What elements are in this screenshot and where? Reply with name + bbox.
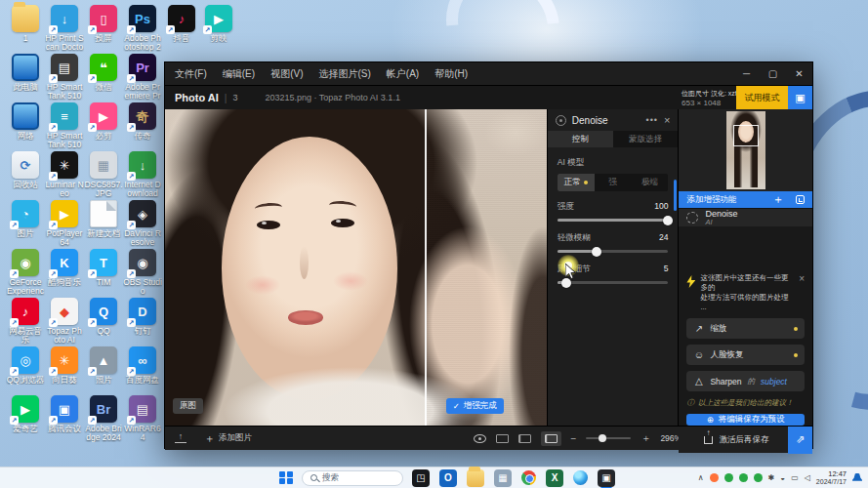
export-action[interactable]: 激活后再保存	[704, 434, 768, 446]
save-preset-button[interactable]: ⊕ 将编辑保存为预设	[686, 414, 805, 426]
export-panel-button[interactable]: ▣	[788, 86, 812, 109]
tab-control[interactable]: 控制	[548, 131, 613, 147]
panel-scrollbar[interactable]	[674, 180, 677, 211]
desktop-icon[interactable]: ⟳回收站	[6, 151, 45, 189]
desktop-icon[interactable]: ▦DSC5857.JPG	[84, 151, 123, 198]
desktop-icon[interactable]: ◉↗OBS Studio	[123, 249, 162, 296]
wechat-file-icon[interactable]	[739, 473, 748, 482]
minimize-button[interactable]: ─	[733, 62, 760, 85]
taskbar-search[interactable]: 搜索	[302, 470, 403, 486]
desktop-icon[interactable]: ≡↗HP Smart Tank 510	[45, 102, 84, 149]
firefox-icon[interactable]	[710, 473, 719, 482]
taskbar-app-window-icon[interactable]: ◳	[412, 469, 430, 487]
add-image-button[interactable]: ＋ 添加图片	[204, 431, 252, 446]
add-filter-icon[interactable]: ＋	[772, 191, 784, 208]
desktop-icon[interactable]: ✳↗Luminar Neo	[45, 151, 84, 198]
desktop-icon[interactable]: ❝↗微信	[84, 54, 123, 92]
desktop-icon[interactable]: ◉↗GeForce Experience	[6, 249, 45, 296]
slider-track[interactable]	[558, 250, 669, 253]
filter-item-denoise[interactable]: Denoise AI	[679, 208, 812, 226]
tab-mask-selection[interactable]: 蒙版选择	[613, 131, 679, 147]
close-button[interactable]: ✕	[786, 62, 812, 85]
taskbar-chrome-icon[interactable]	[521, 470, 536, 485]
desktop-icon[interactable]: ∞↗百度网盘	[123, 346, 162, 385]
trial-mode-button[interactable]: 试用模式	[736, 86, 788, 109]
notifications-bell-icon[interactable]	[852, 473, 862, 483]
taskbar-file-explorer-icon[interactable]	[467, 469, 484, 487]
slider-handle[interactable]	[592, 247, 601, 257]
model-extreme-button[interactable]: 极端	[632, 174, 669, 191]
desktop-icon[interactable]: 网络	[6, 102, 45, 141]
single-view-button[interactable]	[496, 434, 509, 443]
desktop-icon[interactable]: ▤↗HP Smart Tank 510	[45, 54, 84, 101]
panel-close-icon[interactable]: ×	[664, 114, 670, 126]
desktop-icon[interactable]: 奇↗传奇	[123, 102, 162, 141]
desktop-icon[interactable]: Br↗Adobe Bridge 2024	[84, 395, 123, 442]
desktop-icon[interactable]: T↗TIM	[84, 249, 123, 287]
zoom-out-button[interactable]: −	[571, 433, 577, 444]
desktop-icon[interactable]: ▤↗WinRAR64	[123, 395, 162, 442]
menu-item-2[interactable]: 视图(V)	[270, 67, 303, 81]
compare-split-divider[interactable]	[425, 109, 427, 426]
split-view-button[interactable]	[541, 431, 561, 446]
desktop-icon[interactable]: ▶↗爱奇艺	[6, 395, 45, 433]
zoom-in-button[interactable]: ＋	[641, 431, 650, 445]
taskbar-clock[interactable]: 12:47 2024/7/17	[816, 470, 847, 486]
desktop-icon[interactable]: Ps↗Adobe Photoshop 2024	[123, 5, 162, 52]
desktop-icon[interactable]: ♪↗抖音	[162, 5, 201, 43]
zoom-slider[interactable]	[586, 437, 631, 440]
desktop-icon[interactable]: 新建文档	[84, 200, 123, 238]
desktop-icon[interactable]: ▲↗照片	[84, 346, 123, 385]
volume-icon[interactable]: ◁	[805, 473, 810, 482]
side-by-side-view-button[interactable]	[518, 434, 531, 443]
filter-toggle-icon[interactable]	[556, 115, 566, 126]
taskbar-outlook-icon[interactable]: O	[439, 469, 457, 487]
desktop-icon[interactable]: ♪↗网易云音乐	[6, 298, 45, 345]
slider-track[interactable]	[558, 219, 669, 222]
more-options-icon[interactable]: •••	[646, 115, 658, 125]
suggestion-1[interactable]: ☺人脸恢复	[686, 345, 805, 365]
menu-item-1[interactable]: 编辑(E)	[223, 67, 255, 81]
chevron-up-icon[interactable]: ∧	[698, 473, 704, 482]
suggestion-2[interactable]: △Sharpen的subject	[686, 371, 805, 391]
wechat-icon[interactable]	[724, 473, 733, 482]
menu-item-5[interactable]: 帮助(H)	[434, 67, 468, 81]
menu-item-0[interactable]: 文件(F)	[175, 67, 207, 81]
menu-item-3[interactable]: 选择图片(S)	[318, 67, 370, 81]
desktop-icon[interactable]: ▶↗PotPlayer 64	[45, 200, 84, 247]
status-icon[interactable]: ◒	[780, 473, 785, 482]
image-thumbnail[interactable]	[726, 111, 765, 189]
desktop-icon[interactable]: Q↗QQ	[84, 298, 123, 336]
maximize-button[interactable]: ▢	[760, 62, 786, 85]
desktop-icon[interactable]: ▶↗剪映	[199, 5, 238, 43]
desktop-icon[interactable]: 此电脑	[6, 54, 45, 92]
preview-toggle-eye-icon[interactable]	[474, 434, 486, 443]
desktop-icon[interactable]: ◆↗Topaz Photo AI	[45, 298, 84, 345]
suggestion-0[interactable]: ↗缩放	[686, 318, 805, 339]
taskbar-topaz-photo-ai-icon[interactable]: ▣	[598, 469, 615, 487]
slider-handle[interactable]	[663, 216, 673, 225]
settings-icon[interactable]: ✱	[768, 473, 775, 482]
tip-close-icon[interactable]: ×	[799, 273, 805, 312]
add-enhancement-bar[interactable]: 添加增强功能 ＋	[679, 191, 812, 208]
display-icon[interactable]: ▭	[791, 473, 799, 482]
desktop-icon[interactable]: Pr↗Adobe Premiere Pro	[123, 54, 162, 101]
desktop-icon[interactable]: 1	[6, 5, 45, 43]
taskbar-gallery-icon[interactable]: ▦	[494, 469, 512, 487]
taskbar-edge-icon[interactable]	[573, 470, 588, 485]
desktop-icon[interactable]: ↓↗HP Print Scan Doctor	[45, 5, 84, 52]
desktop-icon[interactable]: ▣↗腾讯会议	[45, 395, 84, 433]
taskbar-excel-icon[interactable]: X	[546, 469, 563, 487]
desktop-icon[interactable]: D↗钉钉	[123, 298, 162, 336]
desktop-icon[interactable]: ◔↗图片	[6, 200, 45, 238]
slider-track[interactable]	[558, 281, 669, 284]
desktop-icon[interactable]: ◈↗DaVinci Resolve	[123, 200, 162, 247]
model-normal-button[interactable]: 正常	[558, 174, 595, 191]
green-app-icon[interactable]	[754, 473, 763, 482]
desktop-icon[interactable]: K↗酷狗音乐	[45, 249, 84, 287]
image-preview[interactable]: 原图 ✓ 增强完成	[165, 109, 547, 426]
start-button[interactable]	[279, 471, 293, 485]
desktop-icon[interactable]: ↓↗Internet Download Manager	[123, 151, 162, 198]
crop-icon[interactable]	[796, 195, 805, 204]
desktop-icon[interactable]: ◎↗QQ浏览器	[6, 346, 45, 385]
